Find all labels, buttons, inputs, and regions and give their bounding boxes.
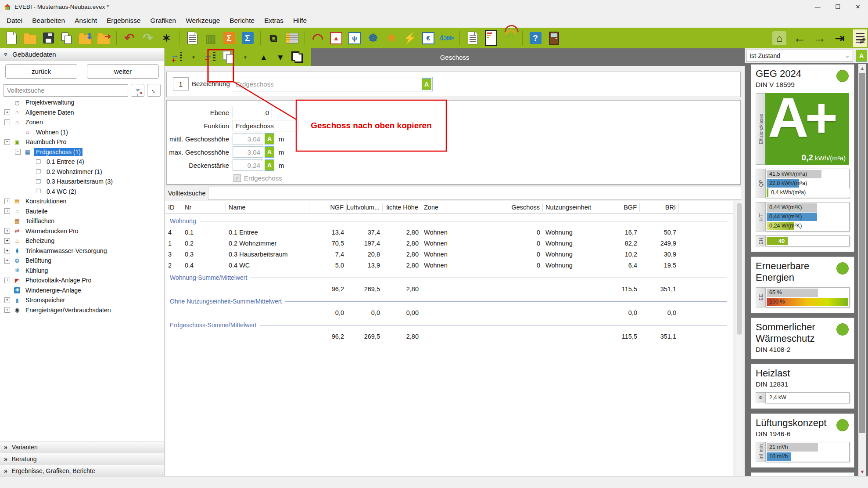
bezeichnung-input[interactable] bbox=[232, 80, 422, 88]
menu-ansicht[interactable]: Ansicht bbox=[70, 15, 102, 26]
insert-geschoss-button[interactable]: →+ bbox=[170, 50, 184, 65]
scroll-down-icon[interactable]: ▼ bbox=[858, 468, 866, 476]
report-document-button[interactable] bbox=[184, 30, 200, 47]
panel-scrollbar-thumb[interactable] bbox=[859, 73, 865, 433]
tree-item-wohnen-1-[interactable]: ⌂Wohnen (1) bbox=[0, 127, 164, 137]
next-button[interactable]: weiter bbox=[87, 64, 159, 79]
tree-item-allgemeine-daten[interactable]: +⌂Allgemeine Daten bbox=[0, 108, 164, 118]
expand-icon[interactable]: + bbox=[4, 199, 10, 204]
tree-item-zonen[interactable]: −⌂Zonen bbox=[0, 117, 164, 127]
table-row[interactable]: 30.30.3 Hausarbeitsraum7,420,82,80Wohnen… bbox=[165, 249, 733, 260]
table-row[interactable]: 96,2269,52,80115,5351,1 bbox=[165, 331, 733, 342]
floorplan-view-button[interactable] bbox=[290, 50, 304, 65]
nav-forward-button[interactable]: → bbox=[812, 30, 828, 47]
notes-report-button[interactable]: ✎ bbox=[852, 30, 868, 47]
panel-auto-button[interactable]: A bbox=[856, 50, 867, 62]
menu-grafiken[interactable]: Grafiken bbox=[146, 15, 181, 26]
menu-extras[interactable]: Extras bbox=[259, 15, 288, 26]
expand-icon[interactable]: + bbox=[4, 278, 10, 283]
tree-item-0.3-hausarbeitsraum-3-[interactable]: ❐0.3 Hausarbeitsraum (3) bbox=[0, 177, 164, 187]
report-edit-button[interactable] bbox=[465, 30, 481, 47]
expand-icon[interactable]: + bbox=[4, 297, 10, 303]
tree-item-0.1-entree-4-[interactable]: ❐0.1 Entree (4) bbox=[0, 157, 164, 167]
table-row[interactable]: 20.40.4 WC5,013,92,80Wohnen0Wohnung6,419… bbox=[165, 260, 733, 271]
tree-item-beheizung[interactable]: +♨Beheizung bbox=[0, 236, 164, 246]
menu-ergebnisse[interactable]: Ergebnisse bbox=[102, 15, 146, 26]
deckenstärke-input[interactable] bbox=[233, 159, 263, 171]
energy-pass-button[interactable] bbox=[502, 30, 517, 47]
tree-item-wärmebrücken-pro[interactable]: +⇄Wärmebrücken Pro bbox=[0, 226, 164, 236]
col-geschoss[interactable]: Geschoss bbox=[504, 203, 543, 212]
col-id[interactable]: ID bbox=[165, 203, 182, 212]
delete-geschoss-button[interactable]: ←− bbox=[203, 50, 217, 65]
mittl-geschosshöhe-input[interactable] bbox=[233, 133, 263, 145]
house-economy-button[interactable]: € bbox=[420, 30, 436, 47]
tree-item-trinkwarmwasser-versorgung[interactable]: +⧫Trinkwarmwasser-Versorgung bbox=[0, 246, 164, 256]
max-geschosshöhe-input[interactable] bbox=[233, 146, 263, 158]
scroll-up-icon[interactable]: ▲ bbox=[858, 64, 866, 72]
expand-icon[interactable]: + bbox=[4, 248, 10, 253]
menu-hilfe[interactable]: Hilfe bbox=[288, 15, 312, 26]
collapse-icon[interactable]: − bbox=[4, 139, 10, 145]
table-row[interactable]: 96,2269,52,80115,5351,1 bbox=[165, 283, 733, 294]
tree-item-erdgeschoss-1-[interactable]: −▦Erdgeschoss (1) bbox=[0, 147, 164, 157]
back-button[interactable]: zurück bbox=[5, 64, 77, 79]
auto-value-button[interactable]: A bbox=[265, 159, 274, 171]
expand-icon[interactable]: + bbox=[4, 208, 10, 214]
panel-varianten[interactable]: »Varianten bbox=[0, 441, 164, 453]
expand-icon[interactable]: + bbox=[4, 228, 10, 234]
tree-item-raumbuch-pro[interactable]: −▣Raumbuch Pro bbox=[0, 137, 164, 147]
ventilation-globe-button[interactable]: ☸ bbox=[365, 30, 381, 47]
col-name[interactable]: Name bbox=[226, 203, 309, 212]
tree-item-bauteile[interactable]: +⌂Bauteile bbox=[0, 206, 164, 217]
building-values-button[interactable]: ▥ bbox=[203, 30, 219, 47]
heating-button[interactable]: ▲ bbox=[328, 30, 344, 47]
magic-wand-button[interactable]: ✶ bbox=[158, 30, 174, 47]
din-4108-button[interactable]: 4⋙ bbox=[439, 30, 455, 47]
insert-dropdown-button[interactable]: ▾ bbox=[187, 50, 201, 65]
panel-ergebnisse-grafiken-berichte[interactable]: »Ergebnisse, Grafiken, Berichte bbox=[0, 465, 164, 477]
auto-value-button[interactable]: A bbox=[265, 146, 274, 158]
copy-geschoss-button[interactable] bbox=[222, 50, 236, 65]
menu-datei[interactable]: Datei bbox=[2, 15, 27, 26]
tree-item-projektverwaltung[interactable]: ◷Projektverwaltung bbox=[0, 98, 164, 108]
export-button[interactable]: ➜ bbox=[96, 30, 111, 47]
table-search-input[interactable] bbox=[208, 187, 741, 200]
ebene-input[interactable] bbox=[233, 107, 272, 118]
funktion-input[interactable] bbox=[233, 120, 298, 131]
move-down-button[interactable]: ▼ bbox=[273, 50, 287, 65]
col-lichte-höhe[interactable]: lichte Höhe bbox=[383, 203, 421, 212]
state-selector[interactable]: Ist-Zustand ⌄ bbox=[746, 50, 853, 62]
move-up-button[interactable]: ▲ bbox=[257, 50, 271, 65]
erdgeschoss-checkbox[interactable]: ✓ bbox=[233, 174, 241, 182]
col-zone[interactable]: Zone bbox=[421, 203, 504, 212]
expand-icon[interactable]: + bbox=[4, 307, 10, 313]
panel-scrollbar[interactable]: ▲ ▼ bbox=[858, 64, 866, 476]
water-tap-button[interactable]: ψ bbox=[347, 30, 362, 47]
minimize-button[interactable]: — bbox=[807, 0, 828, 13]
tree-item-konstruktionen[interactable]: +▤Konstruktionen bbox=[0, 196, 164, 206]
table-row[interactable]: 40.10.1 Entree13,437,42,80Wohnen0Wohnung… bbox=[165, 227, 733, 238]
save-file-button[interactable] bbox=[40, 30, 56, 47]
wall-construction-button[interactable] bbox=[284, 30, 300, 47]
roof-red-button[interactable]: ◠ bbox=[310, 30, 326, 47]
table-row[interactable]: 10.20.2 Wohnzimmer70,5197,42,80Wohnen0Wo… bbox=[165, 238, 733, 249]
collapse-icon[interactable]: − bbox=[4, 119, 10, 125]
col-bri[interactable]: BRI bbox=[640, 203, 679, 212]
col-luftvolum-[interactable]: Luftvolum... bbox=[347, 203, 383, 212]
electricity-button[interactable]: ⚡ bbox=[402, 30, 418, 47]
tree-item-windenergie-anlage[interactable]: ❃Windenergie-Anlage bbox=[0, 286, 164, 296]
nav-enter-button[interactable]: ⇥ bbox=[832, 30, 848, 47]
building-overview-button[interactable]: ⌂ bbox=[771, 30, 787, 47]
auto-value-button[interactable]: A bbox=[422, 78, 431, 90]
undo-button[interactable]: ↶ bbox=[122, 30, 137, 47]
copy-dropdown-button[interactable]: ▾ bbox=[238, 50, 252, 65]
sum-orange-button[interactable]: Σ bbox=[221, 30, 237, 47]
col-ngf[interactable]: NGF bbox=[309, 203, 347, 212]
tree-item-photovoltaik-anlage-pro[interactable]: +◩Photovoltaik-Anlage Pro bbox=[0, 275, 164, 286]
menu-werkzeuge[interactable]: Werkzeuge bbox=[181, 15, 225, 26]
tree-item-0.2-wohnzimmer-1-[interactable]: ❐0.2 Wohnzimmer (1) bbox=[0, 167, 164, 177]
help-button[interactable]: ? bbox=[527, 30, 543, 47]
table-scrollbar[interactable] bbox=[736, 201, 743, 476]
expand-icon[interactable]: + bbox=[4, 258, 10, 264]
